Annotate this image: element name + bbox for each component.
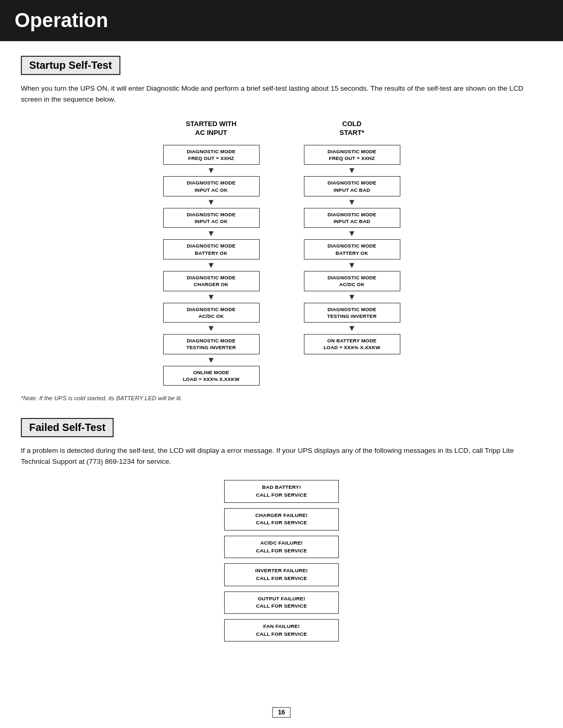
arrow: ▼ <box>348 324 356 332</box>
failed-intro: If a problem is detected during the self… <box>21 446 542 467</box>
flow-box-2-4: Diagnostic Mode Battery OK <box>304 239 400 260</box>
arrow: ▼ <box>207 293 215 301</box>
flow-box-2-1: Diagnostic Mode Freq Out = XXHz <box>304 145 400 165</box>
arrow: ▼ <box>207 229 215 238</box>
flow-box-2-6: Diagnostic Mode Testing Inverter <box>304 303 400 323</box>
flow-box-1-7: Diagnostic Mode Testing Inverter <box>163 334 260 354</box>
error-box-2: Charger Failure! Call for Service <box>224 508 339 530</box>
startup-heading: Startup Self-Test <box>21 56 120 75</box>
error-box-5: Output Failure! Call for Service <box>224 591 339 614</box>
flow-box-1-5: Diagnostic Mode Charger OK <box>163 271 260 291</box>
arrow: ▼ <box>207 166 215 175</box>
flow-box-2-5: Diagnostic Mode AC/DC OK <box>304 271 400 291</box>
startup-section: Startup Self-Test When you turn the UPS … <box>21 56 542 401</box>
error-boxes-container: Bad Battery! Call for Service Charger Fa… <box>21 480 542 641</box>
column1-header: Started With AC Input <box>186 120 236 138</box>
footnote: *Note: If the UPS is cold started, its B… <box>21 395 542 401</box>
arrow: ▼ <box>348 229 356 238</box>
flow-box-2-7: On Battery Mode Load = XXX% X.XXKW <box>304 334 400 354</box>
startup-intro: When you turn the UPS ON, it will enter … <box>21 83 542 105</box>
arrow: ▼ <box>348 166 356 175</box>
error-box-4: Inverter Failure! Call for Service <box>224 563 339 586</box>
arrow: ▼ <box>207 324 215 332</box>
error-box-6: Fan Failure! Call for Service <box>224 619 339 641</box>
arrow: ▼ <box>348 261 356 269</box>
page-number: 16 <box>272 707 290 718</box>
flow-box-1-4: Diagnostic Mode Battery OK <box>163 239 260 260</box>
arrow: ▼ <box>207 261 215 269</box>
flow-column-1: Started With AC Input Diagnostic Mode Fr… <box>156 120 266 386</box>
flow-box-1-8: Online Mode Load = XXX% X.XXKW <box>163 366 260 386</box>
failed-section: Failed Self-Test If a problem is detecte… <box>21 418 542 641</box>
flow-box-2-3: Diagnostic Mode Input AC Bad <box>304 208 400 228</box>
flow-box-2-2: Diagnostic Mode Input AC Bad <box>304 176 400 196</box>
flow-box-1-3: Diagnostic Mode Input AC OK <box>163 208 260 228</box>
arrow: ▼ <box>348 293 356 301</box>
page-content: Startup Self-Test When you turn the UPS … <box>0 56 563 662</box>
column2-header: Cold Start* <box>339 120 364 138</box>
arrow: ▼ <box>207 198 215 206</box>
arrow: ▼ <box>348 198 356 206</box>
flowchart: Started With AC Input Diagnostic Mode Fr… <box>21 120 542 386</box>
failed-heading: Failed Self-Test <box>21 418 114 437</box>
arrow: ▼ <box>207 356 215 364</box>
page-header: Operation <box>0 0 563 41</box>
flow-column-2: Cold Start* Diagnostic Mode Freq Out = X… <box>297 120 407 386</box>
error-box-3: AC/DC Failure! Call for Service <box>224 536 339 558</box>
page-title: Operation <box>15 9 548 32</box>
flow-box-1-6: Diagnostic Mode AC/DC OK <box>163 303 260 323</box>
flow-box-1-2: Diagnostic Mode Input AC OK <box>163 176 260 196</box>
error-box-1: Bad Battery! Call for Service <box>224 480 339 502</box>
flow-box-1-1: Diagnostic Mode Freq Out = XXHz <box>163 145 260 165</box>
